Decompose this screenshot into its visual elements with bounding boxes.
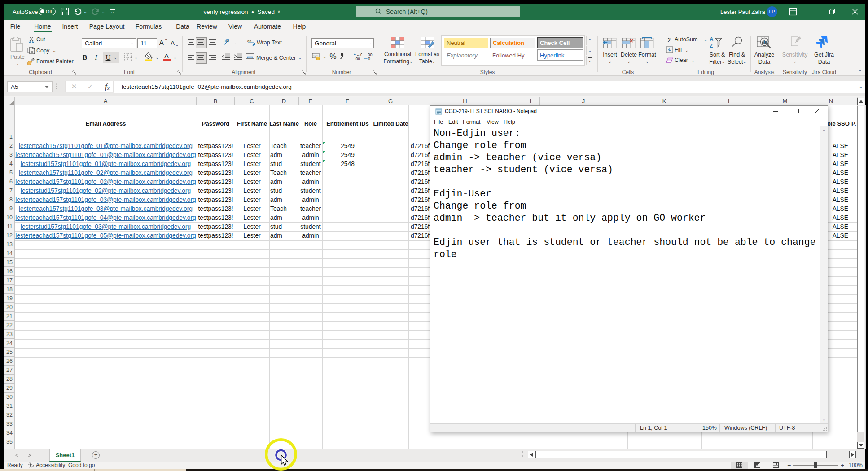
svg-text:A: A <box>710 36 714 43</box>
svg-text:.00: .00 <box>355 57 360 61</box>
svg-text:Z: Z <box>710 43 713 48</box>
svg-text:ab: ab <box>224 39 228 43</box>
